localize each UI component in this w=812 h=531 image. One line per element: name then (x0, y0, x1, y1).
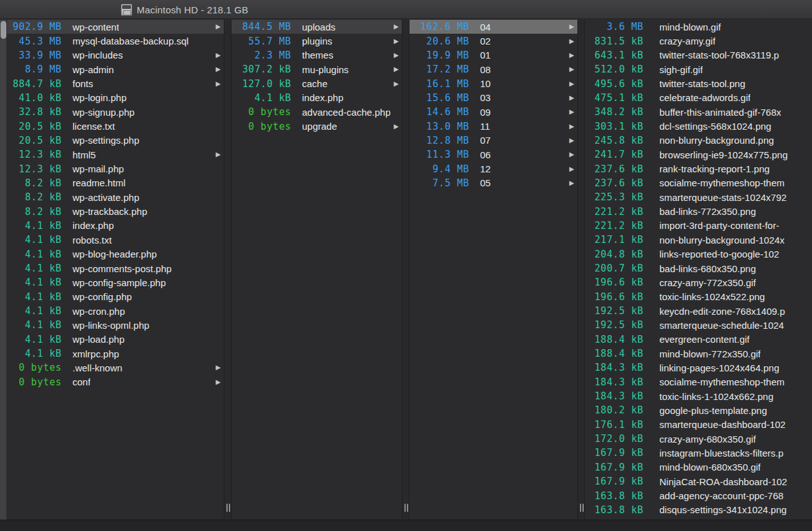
file-name: 08 (480, 64, 491, 75)
file-row[interactable]: 204.8 kBlinks-reported-to-google-102 (585, 247, 812, 261)
file-row[interactable]: 844.5 MBuploads▶ (231, 20, 402, 34)
file-row[interactable]: 8.9 MBwp-admin▶ (7, 62, 224, 76)
file-row[interactable]: 4.1 kBwp-links-opml.php (7, 318, 224, 332)
file-row[interactable]: 163.8 kBadd-agency-account-ppc-768 (585, 488, 812, 502)
file-row[interactable]: 163.8 kBdisqus-settings-341x1024.png (585, 503, 812, 517)
file-row[interactable]: 225.3 kBsmarterqueue-stats-1024x792 (585, 190, 812, 204)
file-row[interactable]: 12.3 kBwp-mail.php (7, 162, 224, 176)
file-row[interactable]: 167.9 kBmind-blown-680x350.gif (585, 460, 812, 474)
file-row[interactable]: 303.1 kBdcl-settings-568x1024.png (585, 119, 812, 133)
file-row[interactable]: 41.0 kBwp-login.php (7, 91, 224, 105)
file-row[interactable]: 643.1 kBtwitter-stats-tool-768x3119.p (585, 48, 812, 62)
file-row[interactable]: 221.2 kBimport-3rd-party-content-for- (585, 219, 812, 233)
file-row[interactable]: 188.4 kBevergreen-content.gif (585, 333, 812, 347)
file-row[interactable]: 237.6 kBrank-tracking-report-1.png (585, 162, 812, 176)
file-size: 167.9 kB (585, 462, 643, 473)
file-row[interactable]: 884.7 kBfonts▶ (7, 76, 224, 90)
file-row[interactable]: 32.8 kBwp-signup.php (7, 105, 224, 119)
file-row[interactable]: 55.7 MBplugins▶ (231, 34, 402, 48)
file-size: 495.6 kB (585, 78, 643, 90)
file-row[interactable]: 167.9 kBNinjaCat-ROA-dashboard-102 (585, 474, 812, 488)
file-row[interactable]: 192.5 kBkeycdn-edit-zone-768x1409.p (585, 304, 812, 318)
file-row[interactable]: 11.3 MB06▶ (409, 148, 577, 162)
file-row[interactable]: 3.6 MBmind-blown.gif (585, 20, 812, 34)
column-resize-handle[interactable] (403, 504, 409, 512)
file-row[interactable]: 2.3 MBthemes▶ (231, 48, 402, 62)
file-row[interactable]: 17.2 MB08▶ (409, 62, 577, 76)
file-name: 11 (480, 121, 490, 132)
file-row[interactable]: 221.2 kBbad-links-772x350.png (585, 204, 812, 218)
file-row[interactable]: 196.6 kBcrazy-amy-772x350.gif (585, 275, 812, 289)
file-row[interactable]: 307.2 kBmu-plugins▶ (231, 62, 402, 76)
file-row[interactable]: 0 bytes.well-known▶ (7, 361, 224, 375)
file-row[interactable]: 0 bytesupgrade▶ (231, 119, 402, 133)
file-row[interactable]: 902.9 MBwp-content▶ (7, 20, 224, 34)
file-row[interactable]: 33.9 MBwp-includes▶ (7, 48, 224, 62)
file-name: wp-settings.php (72, 135, 139, 146)
file-row[interactable]: 19.9 MB01▶ (409, 48, 577, 62)
file-row[interactable]: 20.5 kBlicense.txt (7, 119, 224, 133)
file-row[interactable]: 20.5 kBwp-settings.php (7, 134, 224, 148)
file-name: mind-blown.gif (659, 22, 721, 32)
file-name: add-agency-account-ppc-768 (659, 490, 783, 501)
file-row[interactable]: 8.2 kBreadme.html (7, 176, 224, 190)
file-row[interactable]: 245.8 kBnon-blurry-background.png (585, 134, 812, 148)
file-row[interactable]: 16.1 MB10▶ (409, 76, 577, 90)
file-name: socialme-mythemeshop-them (659, 376, 785, 387)
file-row[interactable]: 348.2 kBbuffer-this-animated-gif-768x (585, 105, 812, 119)
file-row[interactable]: 831.5 kBcrazy-amy.gif (585, 34, 812, 48)
file-row[interactable]: 12.3 kBhtml5▶ (7, 148, 224, 162)
file-row[interactable]: 20.6 MB02▶ (409, 34, 577, 48)
file-row[interactable]: 192.5 kBsmarterqueue-schedule-1024 (585, 318, 812, 332)
file-row[interactable]: 512.0 kBsigh-gif.gif (585, 62, 812, 76)
file-row[interactable]: 4.1 kBwp-config.php (7, 290, 224, 304)
file-row[interactable]: 176.1 kBsmarterqueue-dashboard-102 (585, 418, 812, 432)
file-row[interactable]: 0 bytesadvanced-cache.php (231, 105, 402, 119)
file-row[interactable]: 4.1 kBxmlrpc.php (7, 347, 224, 361)
file-row[interactable]: 180.2 kBgoogle-plus-template.png (585, 403, 812, 417)
file-row[interactable]: 4.1 kBwp-config-sample.php (7, 275, 224, 289)
file-row[interactable]: 13.0 MB11▶ (409, 119, 577, 133)
file-name: uploads (302, 22, 336, 32)
file-row[interactable]: 167.9 kBinstagram-bluestacks-filters.p (585, 446, 812, 460)
file-row[interactable]: 7.5 MB05▶ (409, 176, 577, 190)
file-row[interactable]: 4.1 kBwp-blog-header.php (7, 247, 224, 261)
file-row[interactable]: 4.1 kBrobots.txt (7, 233, 224, 247)
file-row[interactable]: 4.1 kBwp-load.php (7, 333, 224, 347)
file-row[interactable]: 200.7 kBbad-links-680x350.png (585, 261, 812, 275)
file-row[interactable]: 495.6 kBtwitter-stats-tool.png (585, 76, 812, 90)
file-row[interactable]: 184.3 kBsocialme-mythemeshop-them (585, 375, 812, 389)
file-row[interactable]: 172.0 kBcrazy-amy-680x350.gif (585, 432, 812, 446)
file-row[interactable]: 45.3 MBmysql-database-backup.sql (7, 34, 224, 48)
disclosure-arrow-icon: ▶ (216, 24, 221, 30)
file-row[interactable]: 188.4 kBmind-blown-772x350.gif (585, 347, 812, 361)
disclosure-arrow-icon: ▶ (216, 81, 221, 87)
file-row[interactable]: 184.3 kBlinking-pages-1024x464.png (585, 361, 812, 375)
file-row[interactable]: 8.2 kBwp-activate.php (7, 190, 224, 204)
file-row[interactable]: 127.0 kBcache▶ (231, 76, 402, 90)
file-row[interactable]: 8.2 kBwp-trackback.php (7, 204, 224, 218)
file-row[interactable]: 9.4 MB12▶ (409, 162, 577, 176)
file-row[interactable]: 162.6 MB04▶ (409, 20, 577, 34)
column-resize-handle[interactable] (225, 504, 231, 512)
file-row[interactable]: 475.1 kBcelebrate-adwords.gif (585, 91, 812, 105)
file-row[interactable]: 4.1 kBwp-comments-post.php (7, 261, 224, 275)
file-row[interactable]: 184.3 kBtoxic-links-1-1024x662.png (585, 389, 812, 403)
file-row[interactable]: 0 bytesconf▶ (7, 375, 224, 389)
file-row[interactable]: 12.8 MB07▶ (409, 134, 577, 148)
file-row[interactable]: 237.6 kBsocialme-mythemeshop-them (585, 176, 812, 190)
file-name: conf (72, 376, 90, 387)
file-row[interactable]: 4.1 kBindex.php (7, 219, 224, 233)
scrollbar-thumb[interactable] (1, 21, 6, 39)
disclosure-arrow-icon: ▶ (394, 38, 399, 45)
file-row[interactable]: 15.6 MB03▶ (409, 91, 577, 105)
column-resize-handle[interactable] (579, 504, 585, 512)
file-row[interactable]: 4.1 kBindex.php (231, 91, 402, 105)
file-row[interactable]: 14.6 MB09▶ (409, 105, 577, 119)
file-row[interactable]: 217.1 kBnon-blurry-background-1024x (585, 233, 812, 247)
file-row[interactable]: 241.7 kBbrowserling-ie9-1024x775.png (585, 148, 812, 162)
column1-scrollbar-track[interactable] (0, 20, 7, 520)
file-size: 20.5 kB (7, 121, 62, 132)
file-row[interactable]: 4.1 kBwp-cron.php (7, 304, 224, 318)
file-row[interactable]: 196.6 kBtoxic-links-1024x522.png (585, 290, 812, 304)
